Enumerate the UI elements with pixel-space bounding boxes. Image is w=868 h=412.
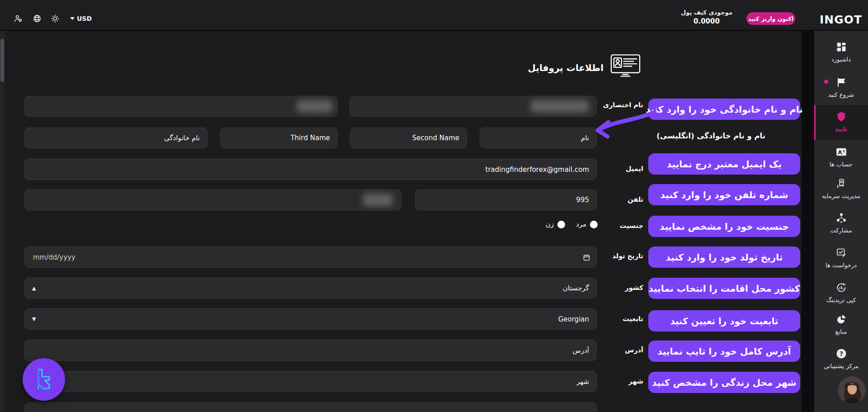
sidebar-item-partnership[interactable]: مشارکت	[814, 213, 868, 234]
tradingfinder-chat-logo[interactable]	[23, 358, 65, 401]
address-label: آدرس	[625, 346, 643, 354]
country-label: کشور	[625, 284, 643, 291]
sidebar-item-label: تایید	[835, 126, 847, 133]
sidebar-item-label: مرکز پشتیبانی	[824, 363, 859, 369]
privacy-blur	[297, 100, 333, 113]
sidebar-item-label: مشارکت	[830, 227, 852, 234]
sidebar-item-copy-trading[interactable]: کپی تریدینگ	[814, 282, 868, 303]
tooltip-country: کشور محل اقامت را انتخاب نمایید	[648, 278, 800, 299]
notification-dot	[824, 80, 828, 84]
page-title: اطلاعات پروفایل	[528, 62, 604, 73]
third-name-field[interactable]: Third Name	[220, 128, 338, 148]
email-label: ایمیل	[626, 165, 643, 172]
sidebar-nav: داشبورد شروع کنید تایید حساب ها	[814, 31, 868, 412]
birth-date-label: تاریخ تولد	[612, 252, 643, 260]
sidebar-item-accounts[interactable]: حساب ها	[814, 147, 868, 168]
country-value: گرجستان	[563, 284, 589, 292]
content-sidebar-divider	[802, 31, 814, 412]
sidebar-item-verification[interactable]: تایید	[814, 111, 868, 133]
radio-female[interactable]	[557, 221, 565, 228]
next-field-partial[interactable]	[24, 403, 597, 412]
wallet-label: موجودی کیف پول	[681, 9, 732, 16]
flag-icon	[836, 77, 847, 88]
tooltip-gender: جنسیت خود را مشخص نمایید	[648, 216, 800, 237]
address-value: آدرس	[573, 346, 589, 355]
tooltip-email: یک ایمیل معتبر درج نمایید	[648, 153, 800, 175]
gender-male-option[interactable]: مرد	[576, 220, 598, 228]
sidebar-item-resources[interactable]: منابع	[814, 314, 868, 335]
calendar-icon[interactable]	[583, 254, 590, 263]
request-doc-icon	[836, 247, 847, 258]
first-name-value: نام	[581, 134, 589, 142]
sidebar-item-support-center[interactable]: ? مرکز پشتیبانی	[814, 348, 868, 369]
money-hand-icon	[836, 178, 847, 189]
privacy-blur	[363, 194, 393, 206]
radio-male[interactable]	[590, 221, 598, 228]
theme-sun-icon[interactable]	[51, 14, 60, 23]
sidebar-item-dashboard[interactable]: داشبورد	[814, 42, 868, 63]
svg-text:?: ?	[839, 350, 843, 357]
sidebar-item-requests[interactable]: درخواست ها	[814, 247, 868, 269]
language-globe-icon[interactable]	[33, 14, 42, 23]
copy-trading-icon	[836, 282, 847, 293]
third-name-value: Third Name	[291, 134, 330, 142]
currency-label: USD	[77, 15, 92, 22]
city-field[interactable]: شهر	[24, 371, 597, 392]
sidebar-item-label: حساب ها	[830, 161, 853, 168]
question-circle-icon: ?	[836, 348, 847, 359]
dashboard-icon	[836, 42, 847, 52]
gender-female-option[interactable]: زن	[546, 220, 565, 228]
second-name-field[interactable]: Second Name	[350, 128, 467, 148]
sidebar-item-label: درخواست ها	[826, 262, 857, 269]
email-field[interactable]: tradingfinderforex@gmail.com	[24, 159, 597, 180]
sidebar-item-label: منابع	[835, 328, 847, 335]
page-scrollbar-track[interactable]	[0, 31, 5, 412]
profile-monitor-icon	[610, 54, 641, 79]
address-field[interactable]: آدرس	[24, 340, 597, 361]
nationality-select[interactable]: Georgian ▼	[24, 308, 597, 330]
tooltip-birth-date: تاریخ تولد خود را وارد کنید	[648, 246, 800, 268]
tooltip-phone: شماره تلفن خود را وارد کنید	[648, 184, 800, 205]
gender-radio-group: مرد زن	[546, 220, 598, 228]
nationality-value: Georgian	[558, 315, 589, 323]
shield-icon	[836, 111, 847, 122]
page-scrollbar-thumb[interactable]	[0, 39, 4, 82]
birth-date-placeholder: mm/dd/yyyy	[33, 253, 75, 261]
sidebar-item-label: شروع کنید	[828, 91, 854, 98]
phone-code-field[interactable]: 995	[415, 189, 597, 210]
phone-number-field[interactable]	[24, 189, 401, 210]
sidebar-item-label: کپی تریدینگ	[826, 297, 856, 303]
chevron-down-icon: ▼	[32, 316, 36, 322]
phone-code-value: 995	[576, 196, 589, 204]
sidebar-item-label: داشبورد	[831, 56, 851, 63]
tooltip-name: نام و نام خانوادگی خود را وارد کنید	[648, 99, 800, 120]
sidebar-item-get-started[interactable]: شروع کنید	[814, 77, 868, 98]
nationality-label: تابعیت	[623, 315, 643, 322]
network-people-icon	[836, 213, 847, 223]
second-name-value: Second Name	[412, 134, 459, 142]
gender-label: جنسیت	[620, 222, 643, 229]
chevron-up-icon: ▲	[32, 285, 36, 291]
wallet-balance: موجودی کیف پول 0.0000	[681, 9, 732, 25]
deposit-now-button[interactable]: اکنون واریز کنید	[746, 12, 795, 25]
country-select[interactable]: گرجستان ▲	[24, 278, 597, 298]
last-name-field[interactable]: نام خانوادگی	[24, 128, 208, 148]
english-name-label: نام و نام خانوادگی (انگلیسی)	[656, 132, 765, 140]
currency-selector[interactable]: USD	[70, 15, 92, 22]
sidebar-item-capital-management[interactable]: مدیریت سرمایه	[814, 178, 868, 199]
city-value: شهر	[576, 378, 589, 386]
ingot-logo: INGOT	[820, 13, 862, 26]
email-value: tradingfinderforex@gmail.com	[486, 166, 589, 174]
first-name-field[interactable]: نام	[480, 128, 597, 148]
tooltip-address: آدرس کامل خود را تایپ نمایید	[648, 341, 800, 362]
user-settings-icon[interactable]	[14, 14, 23, 23]
user-avatar[interactable]	[838, 376, 866, 404]
birth-date-field[interactable]: mm/dd/yyyy	[24, 246, 597, 268]
chevron-down-icon	[70, 17, 75, 20]
female-label: زن	[546, 220, 554, 228]
sidebar-item-label: مدیریت سرمایه	[822, 193, 860, 199]
tooltip-city: شهر محل زندگی را مشخص کنید	[648, 372, 800, 393]
pie-chart-icon	[836, 314, 847, 325]
protected-name-field-2[interactable]	[24, 96, 338, 117]
privacy-blur	[530, 100, 589, 113]
